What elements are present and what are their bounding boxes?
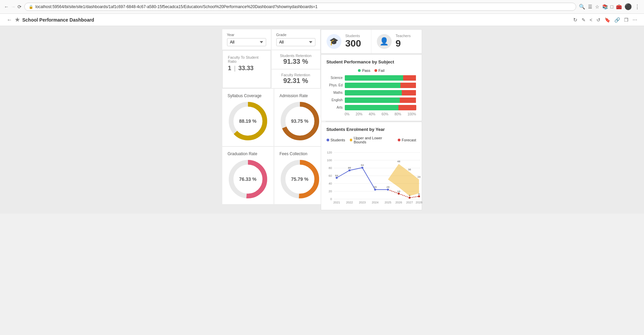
fees-collection-card: Fees Collection 75.79 % <box>274 147 326 204</box>
x-2024: 2024 <box>371 201 378 204</box>
grade-filter-select[interactable]: All <box>276 38 315 46</box>
x-2025: 2025 <box>384 201 391 204</box>
val-2026-lower: 16 <box>397 190 400 193</box>
url-text: localhost:59564/bi/site/site1/dashboards… <box>35 4 317 9</box>
bookmark-icon[interactable]: 🔖 <box>605 17 610 23</box>
x-2028: 2028 <box>415 201 422 204</box>
ratio-value1: 1 <box>228 65 231 72</box>
bar-science-fail <box>403 75 416 81</box>
stats-row: 🎓 Students 300 👤 Teachers 9 <box>321 29 422 54</box>
teachers-label: Teachers <box>396 34 411 38</box>
reader-icon[interactable]: ☰ <box>588 4 592 9</box>
faculty-retention-label: Faculty Retention <box>277 73 315 77</box>
teachers-stat-card: 👤 Teachers 9 <box>371 30 422 53</box>
y-40: 40 <box>328 182 332 185</box>
students-legend: Students <box>327 136 345 144</box>
bar-label-english: English <box>327 98 343 102</box>
refresh-icon[interactable]: ↻ <box>573 17 578 23</box>
x-2026: 2026 <box>395 201 402 204</box>
browser-toolbar: ← → ⟳ 🔒 localhost:59564/bi/site/site1/da… <box>0 0 644 13</box>
admission-donut: 93.75 % <box>280 101 320 141</box>
retention-column: Students Retention 91.33 % Faculty Reten… <box>272 50 320 88</box>
address-bar[interactable]: 🔒 localhost:59564/bi/site/site1/dashboar… <box>24 3 576 11</box>
performance-by-subject-card: Student Performance by Subject Pass Fail <box>321 54 422 121</box>
y-20: 20 <box>328 190 332 193</box>
bar-row-english: English <box>327 97 416 103</box>
x-80: 80% <box>395 112 401 116</box>
syllabus-title: Syllabus Coverage <box>228 93 262 98</box>
ratio-title: Faculty To Student Ratio <box>228 55 265 63</box>
search-icon[interactable]: 🔍 <box>579 4 585 10</box>
y-0: 0 <box>330 197 332 201</box>
bar-x-axis: 0% 20% 40% 60% 80% 100% <box>327 112 416 116</box>
grade-filter-card: Grade All <box>272 29 320 50</box>
val-2021: 64 <box>335 174 338 177</box>
fees-donut: 75.79 % <box>280 159 320 199</box>
year-filter-label: Year <box>227 33 266 37</box>
back-icon[interactable]: ← <box>4 4 9 9</box>
bar-arts <box>345 105 416 110</box>
year-filter-select[interactable]: All <box>227 38 266 46</box>
x-0: 0% <box>345 112 349 116</box>
val-2024: 28 <box>373 186 376 189</box>
graduation-title: Graduation Rate <box>228 151 257 156</box>
students-retention-card: Students Retention 91.33 % <box>272 50 320 69</box>
x-2021: 2021 <box>333 201 340 204</box>
x-2027: 2027 <box>406 201 413 204</box>
right-panels: 🎓 Students 300 👤 Teachers 9 Student Per <box>321 29 422 210</box>
back-nav-icon[interactable]: ← <box>7 17 12 23</box>
donut-row-1: Syllabus Coverage 88.19 % Admission Rate <box>222 89 320 146</box>
bar-maths-pass <box>345 90 402 95</box>
ratio-divider: | <box>234 65 236 72</box>
teachers-icon: 👤 <box>377 34 392 49</box>
forecast-legend: Forecast <box>398 136 416 144</box>
link-icon[interactable]: 🔗 <box>614 17 620 23</box>
forecast-legend-dot <box>398 139 400 141</box>
star-favorite-icon[interactable]: ★ <box>15 17 20 23</box>
x-2022: 2022 <box>346 201 353 204</box>
bar-label-physed: Phys. Ed <box>327 83 343 87</box>
enrolment-card: Students Enrolment by Year Students Uppe… <box>321 122 422 210</box>
admission-rate-card: Admission Rate 93.75 % <box>274 89 326 146</box>
students-info: Students 300 <box>345 34 361 49</box>
share-icon[interactable]: < <box>590 17 592 23</box>
fees-value: 75.79 % <box>291 176 308 182</box>
fullscreen-icon[interactable]: ❐ <box>624 17 628 23</box>
fees-title: Fees Collection <box>280 151 308 156</box>
pencil-icon[interactable]: ✎ <box>582 17 586 23</box>
graduation-rate-card: Graduation Rate 76.33 % <box>222 147 274 204</box>
ratio-value2: 33.33 <box>239 65 254 72</box>
bar-english <box>345 97 416 103</box>
enrolment-chart: 0 20 40 60 80 100 120 <box>327 147 421 204</box>
students-legend-dot <box>327 139 329 141</box>
history-icon[interactable]: ↺ <box>596 17 600 23</box>
graduation-value: 76.33 % <box>239 176 256 182</box>
y-60: 60 <box>328 174 332 177</box>
collections-icon[interactable]: 📚 <box>602 4 608 9</box>
bar-english-pass <box>345 97 400 103</box>
extensions-icon[interactable]: 🧰 <box>616 4 622 9</box>
syllabus-donut: 88.19 % <box>228 101 268 141</box>
x-100: 100% <box>408 112 416 116</box>
more-icon[interactable]: ⋮ <box>635 4 640 10</box>
val-2023: 94 <box>361 164 364 167</box>
profile-icon[interactable]: ⚫ <box>624 3 632 10</box>
more-options-icon[interactable]: ⋯ <box>633 17 637 23</box>
students-label: Students <box>345 34 361 38</box>
x-2023: 2023 <box>359 201 365 204</box>
val-2022: 86 <box>348 166 351 169</box>
split-icon[interactable]: □ <box>611 4 613 9</box>
dashboard-titlebar: ← ★ School Performance Dashboard ↻ ✎ < ↺… <box>0 14 644 26</box>
y-120: 120 <box>327 151 332 154</box>
favorites-icon[interactable]: ☆ <box>595 4 599 9</box>
students-value: 300 <box>345 38 361 49</box>
x-20: 20% <box>356 112 362 116</box>
bar-row-science: Science <box>327 75 416 81</box>
students-stat-card: 🎓 Students 300 <box>321 30 371 53</box>
syllabus-coverage-card: Syllabus Coverage 88.19 % <box>222 89 274 146</box>
fail-label: Fail <box>379 68 385 73</box>
forward-icon[interactable]: → <box>11 4 16 9</box>
ratio-display: 1 | 33.33 <box>228 65 265 72</box>
dashboard-title: School Performance Dashboard <box>22 17 94 23</box>
reload-icon[interactable]: ⟳ <box>18 4 22 9</box>
